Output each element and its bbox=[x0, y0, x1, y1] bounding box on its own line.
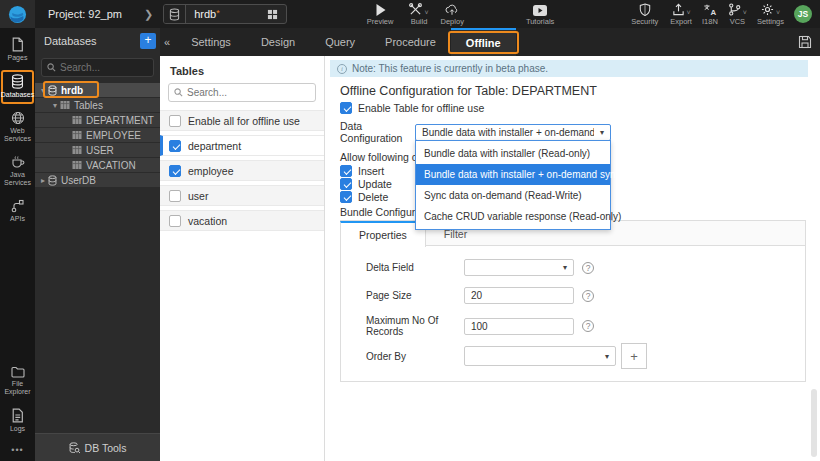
search-icon bbox=[47, 63, 56, 72]
app-logo[interactable] bbox=[0, 0, 35, 28]
department-checkbox[interactable] bbox=[169, 140, 181, 152]
db-selector-name: hrdb* bbox=[186, 8, 226, 20]
save-floppy-icon bbox=[798, 35, 812, 49]
delete-row[interactable]: Delete bbox=[340, 191, 388, 203]
add-database-button[interactable]: + bbox=[140, 33, 156, 49]
settings-gear-icon bbox=[761, 3, 774, 16]
enable-table-checkbox[interactable] bbox=[340, 102, 352, 114]
tree-expand-icon[interactable]: ▾ bbox=[38, 86, 48, 95]
tables-panel-title: Tables bbox=[160, 56, 324, 77]
order-by-label: Order By bbox=[366, 351, 464, 362]
vacation-checkbox[interactable] bbox=[169, 215, 181, 227]
tables-search-input[interactable] bbox=[187, 87, 297, 98]
tables-search[interactable] bbox=[168, 83, 316, 102]
more-options-icon[interactable]: ••• bbox=[11, 445, 23, 455]
max-records-input[interactable] bbox=[464, 318, 574, 335]
file-explorer-folder-icon bbox=[11, 366, 25, 378]
table-icon bbox=[60, 100, 70, 110]
grid-view-icon[interactable] bbox=[260, 5, 286, 23]
tree-node-table[interactable]: DEPARTMENT bbox=[35, 113, 160, 128]
help-icon[interactable]: ? bbox=[582, 290, 594, 302]
enable-table-row[interactable]: Enable Table for offline use bbox=[340, 102, 484, 114]
table-icon bbox=[72, 130, 82, 140]
help-icon[interactable]: ? bbox=[582, 262, 594, 274]
export-button[interactable]: ˅ Export bbox=[670, 0, 692, 28]
db-selector[interactable]: hrdb* bbox=[163, 4, 287, 24]
dropdown-option-selected[interactable]: Bundle data with installer + on-demand s… bbox=[416, 164, 610, 185]
collapse-panel-button[interactable]: « bbox=[160, 36, 176, 48]
tree-node-table[interactable]: EMPLOYEE bbox=[35, 128, 160, 143]
page-size-label: Page Size bbox=[366, 290, 464, 301]
tree-node-table[interactable]: USER bbox=[35, 143, 160, 158]
vertical-scrollbar[interactable] bbox=[811, 389, 817, 457]
order-by-select[interactable]: ▾ bbox=[464, 346, 616, 366]
tree-expand-icon[interactable]: ▾ bbox=[50, 101, 60, 110]
preview-button[interactable]: Preview bbox=[367, 0, 394, 28]
tree-node-tables[interactable]: ▾ Tables bbox=[35, 98, 160, 113]
web-services-globe-icon bbox=[11, 111, 25, 125]
dropdown-option[interactable]: Sync data on-demand (Read-Write) bbox=[416, 185, 610, 206]
tutorials-video-icon bbox=[533, 3, 547, 16]
build-tools-icon bbox=[409, 3, 422, 16]
tree-node-table[interactable]: VACATION bbox=[35, 158, 160, 173]
table-row-user[interactable]: user bbox=[160, 185, 324, 206]
bundle-configuration-panel: Properties Filter Delta Field ▾ ? Page S… bbox=[340, 220, 806, 382]
offline-config-content: i Note: This feature is currently in bet… bbox=[325, 56, 820, 461]
deploy-button[interactable]: Deploy bbox=[441, 0, 464, 28]
user-checkbox[interactable] bbox=[169, 190, 181, 202]
tab-offline[interactable]: Offline bbox=[451, 28, 516, 56]
user-avatar[interactable]: JS bbox=[794, 5, 812, 23]
select-caret-icon: ▾ bbox=[600, 128, 604, 137]
db-tools-button[interactable]: DB Tools bbox=[35, 433, 160, 461]
tutorials-button[interactable]: Tutorials bbox=[526, 0, 554, 28]
settings-button[interactable]: ˅ Settings bbox=[757, 0, 784, 28]
employee-checkbox[interactable] bbox=[169, 165, 181, 177]
table-row-vacation[interactable]: vacation bbox=[160, 210, 324, 231]
build-button[interactable]: ˅ Build bbox=[409, 0, 428, 28]
tab-properties[interactable]: Properties bbox=[340, 221, 426, 247]
insert-row[interactable]: Insert bbox=[340, 165, 384, 177]
save-button[interactable] bbox=[798, 35, 812, 49]
tab-design[interactable]: Design bbox=[246, 28, 310, 56]
help-icon[interactable]: ? bbox=[582, 320, 594, 332]
sidebar-item-file-explorer[interactable]: File Explorer bbox=[1, 362, 34, 401]
update-row[interactable]: Update bbox=[340, 178, 392, 190]
security-button[interactable]: Security bbox=[631, 0, 658, 28]
order-by-row: Order By ▾ + bbox=[366, 343, 647, 369]
logs-icon bbox=[11, 408, 24, 423]
enable-all-checkbox[interactable] bbox=[169, 115, 181, 127]
i18n-button[interactable]: A I18N bbox=[702, 0, 718, 28]
sidebar-item-apis[interactable]: APIs bbox=[1, 195, 34, 228]
tab-settings[interactable]: Settings bbox=[176, 28, 246, 56]
tab-procedure[interactable]: Procedure bbox=[370, 28, 451, 56]
sidebar-item-web-services[interactable]: Web Services bbox=[1, 107, 34, 148]
tree-collapsed-icon[interactable]: ▸ bbox=[38, 176, 48, 185]
sidebar-item-java-services[interactable]: Java Services bbox=[1, 151, 34, 192]
vcs-button[interactable]: ˅ VCS bbox=[728, 0, 747, 28]
delta-field-select[interactable]: ▾ bbox=[464, 259, 574, 276]
sidebar-item-databases[interactable]: Databases bbox=[1, 70, 34, 104]
insert-checkbox[interactable] bbox=[340, 165, 352, 177]
db-tabstrip: « Settings Design Query Procedure Offlin… bbox=[160, 28, 820, 56]
data-configuration-select[interactable]: Bundle data with installer + on-demand s… bbox=[415, 124, 611, 141]
update-checkbox[interactable] bbox=[340, 178, 352, 190]
delete-checkbox[interactable] bbox=[340, 191, 352, 203]
sidebar-item-logs[interactable]: Logs bbox=[1, 404, 34, 438]
dropdown-option[interactable]: Bundle data with installer (Read-only) bbox=[416, 143, 610, 164]
table-row-employee[interactable]: employee bbox=[160, 160, 324, 181]
select-caret-icon: ▾ bbox=[605, 352, 609, 361]
database-search-input[interactable] bbox=[60, 62, 150, 73]
pages-icon bbox=[11, 37, 24, 52]
tree-node-userdb[interactable]: ▸ UserDB bbox=[35, 173, 160, 188]
dropdown-option[interactable]: Cache CRUD variable response (Read-only) bbox=[416, 206, 610, 227]
sidebar-item-pages[interactable]: Pages bbox=[1, 33, 34, 67]
order-by-add-button[interactable]: + bbox=[621, 343, 647, 369]
database-search[interactable] bbox=[41, 58, 154, 77]
enable-all-row[interactable]: Enable all for offline use bbox=[160, 110, 324, 131]
search-icon bbox=[174, 88, 183, 97]
page-size-input[interactable] bbox=[464, 287, 574, 304]
tree-node-hrdb[interactable]: ▾ hrdb bbox=[35, 83, 160, 98]
tab-query[interactable]: Query bbox=[310, 28, 370, 56]
table-row-department[interactable]: department bbox=[160, 135, 324, 156]
svg-text:A: A bbox=[710, 7, 716, 15]
